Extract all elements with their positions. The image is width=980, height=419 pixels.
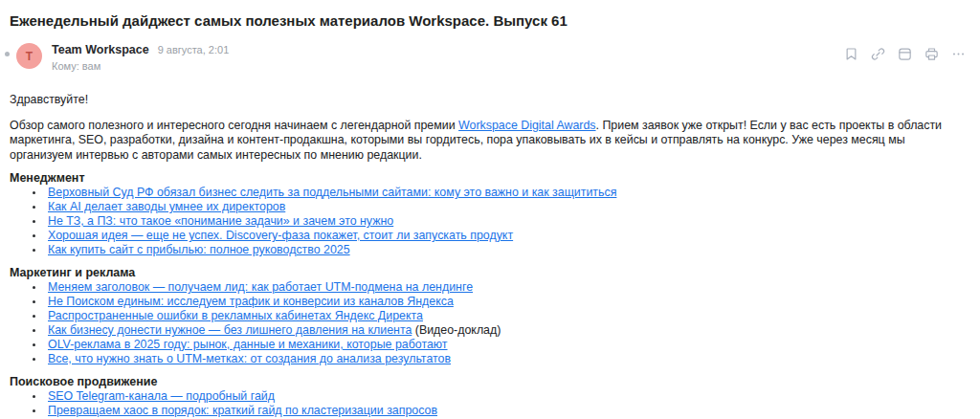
digest-section: Маркетинг и реклама Меняем заголовок — п… — [10, 266, 970, 366]
article-link[interactable]: Как AI делает заводы умнее их директоров — [48, 200, 285, 213]
section-title: Поисковое продвижение — [10, 375, 970, 389]
sender-info: Team Workspace 9 августа, 2:01 Кому: вам — [52, 42, 229, 72]
email-date: 9 августа, 2:01 — [158, 44, 230, 55]
awards-link[interactable]: Workspace Digital Awards — [458, 119, 595, 132]
bookmark-icon — [843, 46, 859, 62]
email-view: Еженедельный дайджест самых полезных мат… — [0, 0, 980, 419]
digest-sections: Менеджмент Верховный Суд РФ обязал бизне… — [10, 171, 970, 419]
email-body: Здравствуйте! Обзор самого полезного и и… — [10, 93, 970, 419]
article-link[interactable]: SEO Telegram-канала — подробный гайд — [48, 389, 275, 403]
bookmark-button[interactable] — [842, 45, 859, 62]
sender-header: T Team Workspace 9 августа, 2:01 Кому: в… — [5, 42, 970, 72]
recipient-label[interactable]: Кому: вам — [52, 60, 229, 72]
article-list-item: Распространенные ошибки в рекламных каби… — [45, 309, 970, 323]
article-link[interactable]: Верховный Суд РФ обязал бизнес следить з… — [48, 186, 616, 199]
article-link[interactable]: Не ТЗ, а ПЗ: что такое «понимание задачи… — [48, 214, 393, 228]
intro-paragraph: Обзор самого полезного и интересного сег… — [10, 119, 970, 164]
digest-section: Поисковое продвижение SEO Telegram-канал… — [10, 375, 970, 419]
article-link[interactable]: Не Поиском единым: исследуем трафик и ко… — [48, 295, 454, 308]
article-link[interactable]: Все, что нужно знать о UTM-метках: от со… — [48, 352, 451, 365]
article-list-item: Не Поиском единым: исследуем трафик и ко… — [45, 295, 970, 309]
article-link[interactable]: Как бизнесу донести нужное — без лишнего… — [48, 323, 412, 337]
article-list-item: Меняем заголовок — получаем лид: как раб… — [45, 280, 970, 295]
article-list-item: Хорошая идея — еще не успех. Discovery-ф… — [45, 229, 970, 243]
archive-icon — [897, 46, 913, 62]
article-link[interactable]: Превращаем хаос в порядок: краткий гайд … — [48, 404, 437, 417]
article-link[interactable]: Хорошая идея — еще не успех. Discovery-ф… — [48, 229, 513, 242]
article-link[interactable]: OLV-реклама в 2025 году: рынок, данные и… — [48, 338, 448, 351]
sender-name[interactable]: Team Workspace — [52, 43, 149, 56]
article-link[interactable]: Как купить сайт с прибылью: полное руков… — [48, 243, 350, 256]
article-list-item: Не ТЗ, а ПЗ: что такое «понимание задачи… — [45, 214, 970, 229]
print-icon — [924, 46, 940, 62]
article-list-item: Верховный Суд РФ обязал бизнес следить з… — [45, 186, 970, 200]
article-link[interactable]: Распространенные ошибки в рекламных каби… — [48, 309, 423, 322]
email-subject: Еженедельный дайджест самых полезных мат… — [10, 11, 970, 30]
article-suffix: (Видео-доклад) — [412, 323, 501, 337]
article-list-item: Все, что нужно знать о UTM-метках: от со… — [45, 352, 970, 366]
article-list-item: Превращаем хаос в порядок: краткий гайд … — [45, 404, 970, 418]
section-title: Менеджмент — [10, 171, 970, 186]
article-list: SEO Telegram-канала — подробный гайд Пре… — [10, 389, 970, 419]
intro-text-before: Обзор самого полезного и интересного сег… — [10, 119, 458, 132]
article-list-item: Как AI делает заводы умнее их директоров — [45, 200, 970, 214]
unread-indicator[interactable] — [5, 52, 10, 56]
sender-avatar[interactable]: T — [16, 43, 42, 69]
article-list-item: SEO Telegram-канала — подробный гайд — [45, 389, 970, 404]
article-list: Меняем заголовок — получаем лид: как раб… — [10, 280, 970, 366]
article-list-item: Как купить сайт с прибылью: полное руков… — [45, 243, 970, 257]
copy-link-button[interactable] — [869, 45, 886, 62]
article-list: Верховный Суд РФ обязал бизнес следить з… — [10, 186, 970, 257]
article-list-item: OLV-реклама в 2025 году: рынок, данные и… — [45, 338, 970, 352]
archive-button[interactable] — [896, 45, 913, 62]
email-toolbar — [842, 45, 967, 62]
digest-section: Менеджмент Верховный Суд РФ обязал бизне… — [10, 171, 970, 257]
more-icon — [950, 46, 967, 62]
print-button[interactable] — [923, 45, 940, 62]
more-options-button[interactable] — [949, 45, 967, 62]
greeting-text: Здравствуйте! — [10, 93, 970, 108]
link-icon — [870, 46, 886, 62]
section-title: Маркетинг и реклама — [10, 266, 970, 280]
article-list-item: Как бизнесу донести нужное — без лишнего… — [45, 323, 970, 338]
article-link[interactable]: Меняем заголовок — получаем лид: как раб… — [48, 280, 473, 294]
